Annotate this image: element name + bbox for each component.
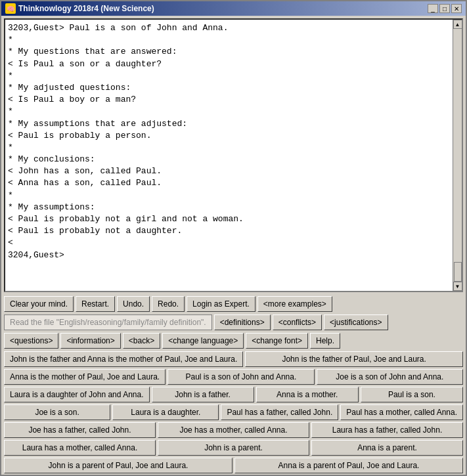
sentence-button-2-3[interactable]: Paul is a son. [361, 387, 463, 402]
sentence-button-0-0[interactable]: John is the father and Anna is the mothe… [4, 351, 243, 367]
sentence-row-2: Laura is a daughter of John and Anna.Joh… [4, 387, 463, 402]
sentence-button-1-0[interactable]: Anna is the mother of Paul, Joe and Laur… [4, 369, 166, 385]
sentence-button-3-2[interactable]: Paul has a father, called John. [221, 404, 338, 420]
scroll-down-button[interactable]: ▼ [453, 282, 462, 291]
sentence-button-4-2[interactable]: Laura has a father, called John. [311, 422, 463, 438]
title-bar: 🧠 Thinknowlogy 2018r4 (New Science) _ □ … [1, 1, 466, 16]
sentence-button-4-0[interactable]: Joe has a father, called John. [4, 422, 156, 438]
more-examples-button[interactable]: <more examples> [257, 296, 332, 312]
sentence-button-0-1[interactable]: John is the father of Paul, Joe and Laur… [245, 351, 463, 367]
sentence-row-4: Joe has a father, called John.Joe has a … [4, 422, 463, 438]
sentence-button-3-3[interactable]: Paul has a mother, called Anna. [340, 404, 463, 420]
sentence-row-5: Laura has a mother, called Anna.John is … [4, 440, 463, 456]
toolbar-row-1: Clear your mind. Restart. Undo. Redo. Lo… [1, 295, 466, 313]
sentence-button-6-0[interactable]: John is a parent of Paul, Joe and Laura. [4, 458, 233, 473]
change-language-button[interactable]: <change language> [162, 333, 244, 349]
sentence-row-1: Anna is the mother of Paul, Joe and Laur… [4, 369, 463, 385]
scrollbar[interactable]: ▲ ▼ [453, 20, 462, 291]
information-button[interactable]: <information> [60, 333, 120, 349]
scroll-thumb[interactable] [454, 262, 462, 282]
conflicts-button[interactable]: <conflicts> [273, 314, 322, 330]
toolbar-row-2: Read the file "English/reasoning/family/… [1, 313, 466, 332]
read-file-button[interactable]: Read the file "English/reasoning/family/… [4, 314, 212, 330]
sentence-row-3: Joe is a son.Laura is a daughter.Paul ha… [4, 404, 463, 420]
back-button[interactable]: <back> [123, 333, 160, 349]
sentence-button-1-1[interactable]: Paul is a son of John and Anna. [167, 369, 314, 385]
title-bar-left: 🧠 Thinknowlogy 2018r4 (New Science) [5, 3, 154, 14]
restart-button[interactable]: Restart. [76, 296, 115, 312]
undo-button[interactable]: Undo. [117, 296, 150, 312]
main-window: 🧠 Thinknowlogy 2018r4 (New Science) _ □ … [0, 0, 467, 476]
maximize-button[interactable]: □ [439, 4, 450, 13]
login-as-expert-button[interactable]: Login as Expert. [187, 296, 256, 312]
close-button[interactable]: ✕ [451, 4, 462, 13]
sentence-button-3-1[interactable]: Laura is a daughter. [112, 404, 219, 420]
sentence-row-6: John is a parent of Paul, Joe and Laura.… [4, 458, 463, 473]
sentence-button-2-1[interactable]: John is a father. [152, 387, 254, 402]
definitions-button[interactable]: <definitions> [214, 314, 271, 330]
scroll-up-button[interactable]: ▲ [453, 20, 462, 29]
questions-button[interactable]: <questions> [4, 333, 58, 349]
sentence-button-5-0[interactable]: Laura has a mother, called Anna. [4, 440, 156, 456]
clear-mind-button[interactable]: Clear your mind. [4, 296, 74, 312]
sentence-button-6-1[interactable]: Anna is a parent of Paul, Joe and Laura. [234, 458, 463, 473]
app-icon: 🧠 [5, 3, 16, 14]
help-button[interactable]: Help. [310, 333, 340, 349]
sentence-button-2-2[interactable]: Anna is a mother. [256, 387, 359, 402]
sentence-button-1-2[interactable]: Joe is a son of John and Anna. [317, 369, 463, 385]
redo-button[interactable]: Redo. [152, 296, 185, 312]
main-text-content[interactable]: 3203,Guest> Paul is a son of John and An… [5, 20, 453, 291]
sentence-button-5-2[interactable]: Anna is a parent. [311, 440, 463, 456]
sentence-button-4-1[interactable]: Joe has a mother, called Anna. [158, 422, 309, 438]
sentence-row-0: John is the father and Anna is the mothe… [4, 351, 463, 367]
sentence-button-3-0[interactable]: Joe is a son. [4, 404, 110, 420]
title-controls: _ □ ✕ [428, 4, 462, 13]
justifications-button[interactable]: <justifications> [324, 314, 388, 330]
sentence-button-2-0[interactable]: Laura is a daughter of John and Anna. [4, 387, 150, 402]
main-text-area: 3203,Guest> Paul is a son of John and An… [4, 18, 463, 292]
window-title: Thinknowlogy 2018r4 (New Science) [18, 4, 154, 13]
scroll-track[interactable] [453, 29, 462, 282]
change-font-button[interactable]: <change font> [246, 333, 308, 349]
toolbar-row-3: <questions> <information> <back> <change… [1, 332, 466, 350]
sentence-button-5-1[interactable]: John is a parent. [158, 440, 309, 456]
minimize-button[interactable]: _ [428, 4, 438, 13]
sentence-buttons-grid: John is the father and Anna is the mothe… [1, 350, 466, 475]
